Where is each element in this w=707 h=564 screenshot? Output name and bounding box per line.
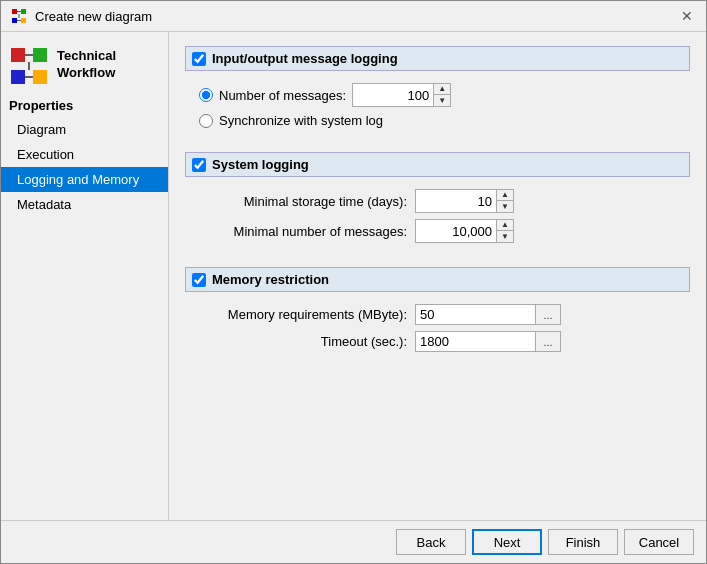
timeout-row: Timeout (sec.): 1800 ... (195, 331, 690, 352)
memory-req-label: Memory requirements (MByte): (195, 307, 415, 322)
min-messages-spinner-btns: ▲ ▼ (496, 220, 513, 242)
io-logging-section: Input/output message logging Number of m… (185, 46, 690, 138)
memory-req-input[interactable]: 50 (415, 304, 535, 325)
system-logging-label[interactable]: System logging (212, 157, 309, 172)
svg-rect-10 (33, 70, 47, 84)
timeout-browse-btn[interactable]: ... (535, 331, 561, 352)
io-logging-label[interactable]: Input/output message logging (212, 51, 398, 66)
num-messages-label[interactable]: Number of messages: (219, 88, 346, 103)
memory-req-row: Memory requirements (MByte): 50 ... (195, 304, 690, 325)
io-logging-checkbox[interactable] (192, 52, 206, 66)
memory-req-browse-btn[interactable]: ... (535, 304, 561, 325)
cancel-button[interactable]: Cancel (624, 529, 694, 555)
svg-rect-0 (12, 9, 17, 14)
memory-req-browse: 50 ... (415, 304, 561, 325)
sync-log-label[interactable]: Synchronize with system log (219, 113, 383, 128)
io-logging-header: Input/output message logging (185, 46, 690, 71)
min-storage-spinner: 10 ▲ ▼ (415, 189, 514, 213)
system-logging-section: System logging Minimal storage time (day… (185, 152, 690, 253)
content-area: TechnicalWorkflow Properties Diagram Exe… (1, 32, 706, 520)
sync-log-radio[interactable] (199, 114, 213, 128)
min-messages-label: Minimal number of messages: (195, 224, 415, 239)
properties-label: Properties (1, 90, 168, 117)
svg-rect-9 (11, 70, 25, 84)
system-logging-header: System logging (185, 152, 690, 177)
min-storage-spinner-btns: ▲ ▼ (496, 190, 513, 212)
num-messages-radio[interactable] (199, 88, 213, 102)
min-storage-up-btn[interactable]: ▲ (497, 190, 513, 201)
min-storage-label: Minimal storage time (days): (195, 194, 415, 209)
sidebar-item-metadata[interactable]: Metadata (1, 192, 168, 217)
min-storage-down-btn[interactable]: ▼ (497, 201, 513, 212)
create-diagram-dialog: Create new diagram ✕ TechnicalWorkflow P… (0, 0, 707, 564)
dialog-title: Create new diagram (35, 9, 152, 24)
system-logging-checkbox[interactable] (192, 158, 206, 172)
memory-restriction-checkbox[interactable] (192, 273, 206, 287)
min-messages-down-btn[interactable]: ▼ (497, 231, 513, 242)
diagram-icon (11, 8, 27, 24)
main-content: Input/output message logging Number of m… (169, 32, 706, 520)
sidebar-item-execution[interactable]: Execution (1, 142, 168, 167)
memory-restriction-body: Memory requirements (MByte): 50 ... Time… (185, 300, 690, 362)
next-button[interactable]: Next (472, 529, 542, 555)
io-logging-body: Number of messages: 100 ▲ ▼ Synchronize … (185, 79, 690, 138)
num-messages-up-btn[interactable]: ▲ (434, 84, 450, 95)
sync-log-row: Synchronize with system log (195, 113, 690, 128)
svg-rect-1 (21, 9, 26, 14)
min-messages-spinner: 10,000 ▲ ▼ (415, 219, 514, 243)
sidebar-header: TechnicalWorkflow (1, 40, 168, 90)
sidebar: TechnicalWorkflow Properties Diagram Exe… (1, 32, 169, 520)
workflow-icon (9, 46, 49, 86)
min-messages-input[interactable]: 10,000 (416, 220, 496, 242)
num-messages-input[interactable]: 100 (353, 84, 433, 106)
num-messages-row: Number of messages: 100 ▲ ▼ (195, 83, 690, 107)
titlebar-left: Create new diagram (11, 8, 152, 24)
system-logging-body: Minimal storage time (days): 10 ▲ ▼ Mini… (185, 185, 690, 253)
num-messages-down-btn[interactable]: ▼ (434, 95, 450, 106)
sidebar-item-diagram[interactable]: Diagram (1, 117, 168, 142)
min-messages-up-btn[interactable]: ▲ (497, 220, 513, 231)
timeout-browse: 1800 ... (415, 331, 561, 352)
svg-rect-7 (11, 48, 25, 62)
min-messages-row: Minimal number of messages: 10,000 ▲ ▼ (195, 219, 690, 243)
timeout-label: Timeout (sec.): (195, 334, 415, 349)
num-messages-spinner: 100 ▲ ▼ (352, 83, 451, 107)
memory-restriction-header: Memory restriction (185, 267, 690, 292)
memory-restriction-label[interactable]: Memory restriction (212, 272, 329, 287)
svg-rect-8 (33, 48, 47, 62)
num-messages-spinner-btns: ▲ ▼ (433, 84, 450, 106)
min-storage-row: Minimal storage time (days): 10 ▲ ▼ (195, 189, 690, 213)
min-storage-input[interactable]: 10 (416, 190, 496, 212)
back-button[interactable]: Back (396, 529, 466, 555)
titlebar: Create new diagram ✕ (1, 1, 706, 32)
finish-button[interactable]: Finish (548, 529, 618, 555)
sidebar-item-logging[interactable]: Logging and Memory (1, 167, 168, 192)
svg-rect-3 (21, 18, 26, 23)
close-button[interactable]: ✕ (678, 7, 696, 25)
timeout-input[interactable]: 1800 (415, 331, 535, 352)
memory-restriction-section: Memory restriction Memory requirements (… (185, 267, 690, 362)
footer: Back Next Finish Cancel (1, 520, 706, 563)
svg-rect-2 (12, 18, 17, 23)
workflow-label: TechnicalWorkflow (57, 46, 116, 82)
